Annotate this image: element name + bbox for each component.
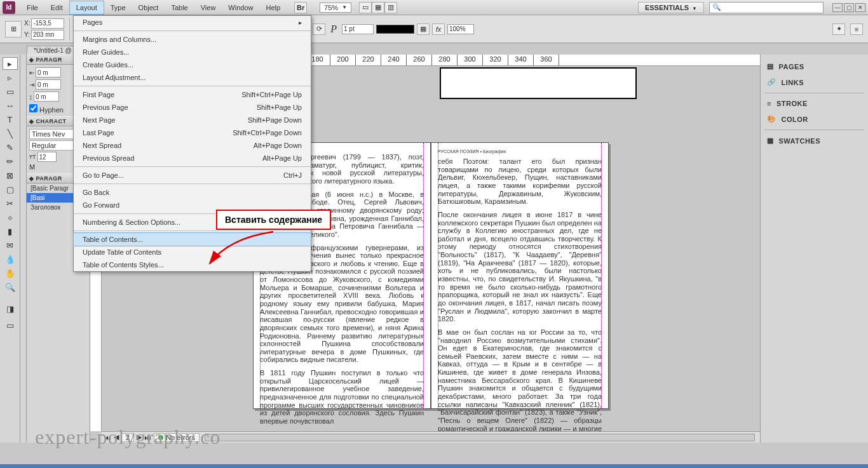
- selection-tool[interactable]: ▸: [3, 57, 18, 70]
- panel-menu-icon[interactable]: ≡: [850, 23, 863, 35]
- stroke-style-dropdown[interactable]: [376, 25, 414, 34]
- app-icon: Id: [3, 1, 15, 14]
- pen-tool[interactable]: ✎: [3, 141, 18, 154]
- right-dock: ▤PAGES 🔗LINKS ≡STROKE 🎨COLOR ▦SWATCHES: [760, 55, 868, 443]
- menu-table[interactable]: Table: [165, 1, 194, 14]
- menu-last-page[interactable]: Last PageShift+Ctrl+Page Down: [74, 126, 311, 139]
- gap-tool[interactable]: ↔: [3, 99, 18, 112]
- screen-mode-tool[interactable]: ▭: [3, 319, 18, 331]
- scissors-tool[interactable]: ✂: [3, 197, 18, 210]
- stroke-weight-input[interactable]: [342, 24, 374, 34]
- menu-next-page[interactable]: Next PageShift+Page Down: [74, 114, 311, 126]
- x-input[interactable]: [31, 18, 64, 29]
- menubar: Id File Edit Layout Type Object Table Vi…: [0, 0, 868, 15]
- screen-mode-icon[interactable]: ▭: [359, 2, 372, 13]
- char-format-icon: P: [330, 23, 337, 35]
- pages-panel-button[interactable]: ▤PAGES: [764, 58, 864, 74]
- space-before-input[interactable]: [34, 91, 59, 102]
- quick-apply-icon[interactable]: ✦: [832, 23, 845, 35]
- taskbar: [0, 464, 868, 468]
- menu-layout-adjustment[interactable]: Layout Adjustment...: [74, 71, 311, 84]
- tools-panel: ▸ ▹ ▭ ↔ T ╲ ✎ ✏ ⊠ ▢ ✂ ⟐ ▮ ✉ 💧 ✋ 🔍 ◨ ▭: [0, 55, 20, 443]
- menu-help[interactable]: Help: [259, 1, 287, 14]
- menu-pages[interactable]: Pages: [74, 16, 311, 29]
- menu-layout[interactable]: Layout: [69, 1, 104, 15]
- effects-icon[interactable]: ▦: [417, 23, 430, 35]
- menu-go-to-page[interactable]: Go to Page...Ctrl+J: [74, 169, 311, 182]
- view-options-icon[interactable]: ▥: [384, 2, 397, 13]
- annotation-callout: Вставить содержание: [216, 210, 331, 230]
- type-tool[interactable]: T: [3, 113, 18, 126]
- workspace-selector[interactable]: ESSENTIALS ▼: [638, 2, 704, 13]
- stroke-icon: ≡: [767, 100, 771, 107]
- menu-object[interactable]: Object: [132, 1, 165, 14]
- menu-type[interactable]: Type: [104, 1, 132, 14]
- flip-v-icon[interactable]: ⟳: [313, 23, 325, 35]
- note-tool[interactable]: ✉: [3, 239, 18, 251]
- swatches-panel-button[interactable]: ▦SWATCHES: [764, 133, 864, 149]
- fill-stroke-icon[interactable]: ◨: [3, 300, 18, 318]
- menu-window[interactable]: Window: [222, 1, 259, 14]
- zoom-level[interactable]: 75%▼: [320, 3, 351, 13]
- close-button[interactable]: ✕: [855, 3, 865, 12]
- free-transform-tool[interactable]: ⟐: [3, 211, 18, 224]
- y-input[interactable]: [31, 30, 64, 40]
- minimize-button[interactable]: —: [832, 3, 843, 12]
- opacity-input[interactable]: [447, 24, 474, 34]
- menu-ruler-guides[interactable]: Ruler Guides...: [74, 46, 311, 58]
- menu-go-back[interactable]: Go Back: [74, 186, 311, 199]
- search-input[interactable]: 🔍: [709, 2, 824, 13]
- pencil-tool[interactable]: ✏: [3, 155, 18, 168]
- bridge-button[interactable]: Br: [294, 2, 307, 13]
- stroke-panel-button[interactable]: ≡STROKE: [764, 96, 864, 111]
- pages-icon: ▤: [767, 62, 774, 70]
- color-icon: 🎨: [767, 115, 776, 123]
- reference-point-icon[interactable]: ⊞: [5, 21, 22, 37]
- line-tool[interactable]: ╲: [3, 127, 18, 140]
- arrange-icon[interactable]: ▦: [372, 2, 384, 13]
- fx-icon[interactable]: fx: [432, 23, 445, 35]
- swatches-icon: ▦: [767, 137, 774, 145]
- color-panel-button[interactable]: 🎨COLOR: [764, 111, 864, 127]
- menu-previous-spread[interactable]: Previous SpreadAlt+Page Up: [74, 152, 311, 164]
- links-icon: 🔗: [767, 78, 776, 86]
- space-before-icon: ↨: [29, 93, 32, 100]
- menu-previous-page[interactable]: Previous PageShift+Page Up: [74, 101, 311, 114]
- menu-next-spread[interactable]: Next SpreadAlt+Page Down: [74, 139, 311, 152]
- document-tab[interactable]: *Untitled-1 @: [27, 46, 79, 55]
- page-text: себя Поэтом: талант его был признан това…: [438, 157, 602, 443]
- menu-first-page[interactable]: First PageShift+Ctrl+Page Up: [74, 88, 311, 101]
- indent-left-input[interactable]: [36, 67, 61, 77]
- menu-margins-columns[interactable]: Margins and Columns...: [74, 33, 311, 46]
- gradient-tool[interactable]: ▮: [3, 225, 18, 237]
- menu-create-guides[interactable]: Create Guides...: [74, 58, 311, 71]
- direct-selection-tool[interactable]: ▹: [3, 71, 18, 84]
- menu-view[interactable]: View: [194, 1, 222, 14]
- indent-first-icon: ⇥: [29, 81, 34, 88]
- page-header: РУССКАЯ ПОЭЗИЯ • Биография: [438, 149, 602, 154]
- links-panel-button[interactable]: 🔗LINKS: [764, 74, 864, 90]
- indent-left-icon: ⇤: [29, 69, 34, 76]
- font-size-input[interactable]: [37, 152, 57, 162]
- rectangle-tool[interactable]: ▢: [3, 183, 18, 196]
- scrollbar-h[interactable]: [205, 434, 755, 441]
- rectangle-frame-tool[interactable]: ⊠: [3, 169, 18, 182]
- page-right[interactable]: РУССКАЯ ПОЭЗИЯ • Биография себя Поэтом: …: [431, 142, 609, 409]
- menu-file[interactable]: File: [20, 1, 44, 14]
- hyphenate-checkbox[interactable]: [29, 104, 37, 112]
- zoom-tool[interactable]: 🔍: [3, 281, 18, 293]
- indent-first-input[interactable]: [36, 79, 61, 90]
- watermark: expert-polygraphy.co: [35, 425, 220, 449]
- eyedropper-tool[interactable]: 💧: [3, 253, 18, 265]
- annotation-arrow-icon: [203, 229, 280, 273]
- page-tool[interactable]: ▭: [3, 85, 18, 98]
- menu-edit[interactable]: Edit: [44, 1, 69, 14]
- restore-button[interactable]: ▢: [844, 3, 854, 12]
- hand-tool[interactable]: ✋: [3, 267, 18, 279]
- search-icon: 🔍: [712, 3, 721, 11]
